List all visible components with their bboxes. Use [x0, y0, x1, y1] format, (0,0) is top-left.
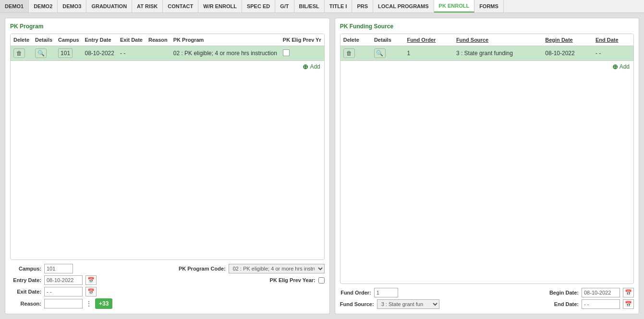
tab-contact[interactable]: CONTACT [163, 0, 198, 12]
delete-button[interactable]: 🗑 [13, 48, 25, 58]
col-exit-date: Exit Date [117, 34, 146, 46]
tab-demo3[interactable]: DEMO3 [58, 0, 86, 12]
col-details: Details [32, 34, 55, 46]
reason-label: Reason: [10, 301, 41, 307]
fund-details-button[interactable]: 🔍 [374, 48, 386, 58]
tab-title-i[interactable]: TITLE I [325, 0, 352, 12]
campus-input[interactable] [44, 264, 73, 273]
exit-date-calendar-button[interactable]: 📅 [85, 287, 97, 296]
tab-gt[interactable]: G/T [275, 0, 294, 12]
tab-wr-enroll[interactable]: W/R ENROLL [198, 0, 242, 12]
search-icon: 🔍 [37, 50, 45, 57]
main-content: PK Program Delete Details Campus Entry D… [0, 13, 644, 319]
pk-program-panel: PK Program Delete Details Campus Entry D… [5, 18, 330, 314]
exit-date-value: - - [120, 50, 125, 57]
col-delete: Delete [11, 34, 32, 46]
tab-at-risk[interactable]: AT RISK [132, 0, 163, 12]
calendar-icon-2: 📅 [87, 288, 95, 295]
form-row-fund-order-begin-date: Fund Order: Begin Date: 📅 [340, 288, 634, 297]
tab-prs[interactable]: PRS [352, 0, 373, 12]
form-row-exit-date: Exit Date: 📅 [10, 287, 325, 296]
begin-date-calendar-button[interactable]: 📅 [623, 288, 634, 297]
pk-program-code-label: PK Program Code: [179, 266, 226, 272]
col-fund-source: Fund Source [453, 34, 542, 46]
entry-date-input[interactable] [44, 275, 83, 285]
fund-delete-button[interactable]: 🗑 [343, 48, 355, 58]
row-entry-date-cell: 08-10-2022 [82, 46, 117, 61]
tab-local-programs[interactable]: LOCAL PROGRAMS [373, 0, 434, 12]
col-pk-elig-prev-yr: PK Elig Prev Yr [280, 34, 324, 46]
exit-date-input[interactable] [44, 287, 83, 296]
add-pk-program-link[interactable]: ⊕ Add [303, 63, 320, 71]
details-button[interactable]: 🔍 [35, 48, 47, 58]
entry-date-value: 08-10-2022 [85, 50, 114, 57]
row-campus-cell: 101 [55, 46, 82, 61]
trash-icon: 🗑 [16, 50, 22, 57]
add-label: Add [310, 63, 320, 70]
trash-icon-2: 🗑 [346, 50, 352, 57]
row-delete-cell: 🗑 [11, 46, 32, 61]
fund-order-label: Fund Order: [340, 290, 371, 295]
tab-forms[interactable]: FORMS [474, 0, 504, 12]
table-row: 🗑 🔍 1 3 : State grant funding [340, 46, 633, 61]
col-fund-delete: Delete [340, 34, 371, 46]
fund-order-input[interactable] [374, 288, 398, 297]
pk-elig-checkbox-display [283, 49, 290, 56]
pk-program-form: Campus: PK Program Code: 02 : PK eligibl… [10, 264, 325, 309]
search-icon-2: 🔍 [376, 50, 383, 57]
campus-label: Campus: [10, 266, 41, 272]
tab-spec-ed[interactable]: SPEC ED [242, 0, 275, 12]
col-reason: Reason [146, 34, 170, 46]
end-date-calendar-button[interactable]: 📅 [623, 299, 634, 309]
col-begin-date: Begin Date [542, 34, 593, 46]
col-campus: Campus [55, 34, 82, 46]
tab-demo2[interactable]: DEMO2 [29, 0, 58, 12]
row-pk-elig-prev-yr-cell [280, 46, 324, 61]
pk-elig-prev-year-checkbox[interactable] [318, 277, 325, 284]
add-circle-icon: ⊕ [303, 63, 308, 71]
fund-source-select[interactable]: 3 : State grant fun [377, 299, 439, 309]
fund-details-cell: 🔍 [371, 46, 404, 61]
pk-program-title: PK Program [10, 23, 325, 30]
fund-source-cell: 3 : State grant funding [453, 46, 542, 61]
pk-funding-add-row: ⊕ Add [340, 60, 633, 72]
add-fund-source-link[interactable]: ⊕ Add [612, 63, 630, 71]
form-row-fund-source-end-date: Fund Source: 3 : State grant fun End Dat… [340, 299, 634, 309]
pk-program-table-container: Delete Details Campus Entry Date Exit Da… [10, 34, 325, 260]
calendar-icon: 📅 [87, 277, 95, 284]
add-circle-icon-2: ⊕ [612, 63, 618, 71]
begin-date-input[interactable] [582, 288, 620, 297]
fund-source-label: Fund Source: [340, 301, 374, 307]
tab-graduation[interactable]: GRADUATION [86, 0, 132, 12]
entry-date-calendar-button[interactable]: 📅 [85, 275, 97, 285]
menu-dots-icon[interactable]: ⋮ [85, 300, 92, 307]
pk-program-value: 02 : PK eligible; 4 or more hrs instruct… [173, 50, 277, 57]
fund-begin-date-cell: 08-10-2022 [542, 46, 593, 61]
pk-program-code-select[interactable]: 02 : PK eligible; 4 or more hrs instruc [229, 264, 325, 273]
end-date-input[interactable] [582, 299, 620, 309]
fund-add-label: Add [620, 63, 630, 70]
fund-source-value: 3 : State grant funding [456, 50, 513, 57]
row-reason-cell [146, 46, 170, 61]
table-row: 🗑 🔍 101 08-10-2022 [11, 46, 324, 61]
fund-order-cell: 1 [404, 46, 453, 61]
pk-funding-form: Fund Order: Begin Date: 📅 Fund Source: 3… [340, 288, 634, 309]
pk-program-add-row: ⊕ Add [11, 60, 324, 72]
tab-bil-esl[interactable]: BIL/ESL [294, 0, 325, 12]
entry-date-label: Entry Date: [10, 277, 41, 283]
tab-demo1[interactable]: DEMO1 [0, 0, 29, 12]
row-exit-date-cell: - - [117, 46, 146, 61]
form-row-campus-pkprogram: Campus: PK Program Code: 02 : PK eligibl… [10, 264, 325, 273]
calendar-icon-4: 📅 [625, 301, 632, 307]
top-navigation: DEMO1 DEMO2 DEMO3 GRADUATION AT RISK CON… [0, 0, 644, 13]
col-entry-date: Entry Date [82, 34, 117, 46]
pk-funding-source-table-container: Delete Details Fund Order Fund Source Be… [340, 34, 634, 284]
plus33-button[interactable]: +33 [95, 298, 112, 309]
col-pk-program: PK Program [170, 34, 280, 46]
reason-input[interactable] [44, 299, 83, 308]
fund-order-value: 1 [407, 50, 410, 57]
begin-date-label: Begin Date: [547, 290, 579, 295]
tab-pk-enroll[interactable]: PK ENROLL [434, 0, 475, 12]
fund-end-date-cell: - - [593, 46, 633, 61]
row-details-cell: 🔍 [32, 46, 55, 61]
